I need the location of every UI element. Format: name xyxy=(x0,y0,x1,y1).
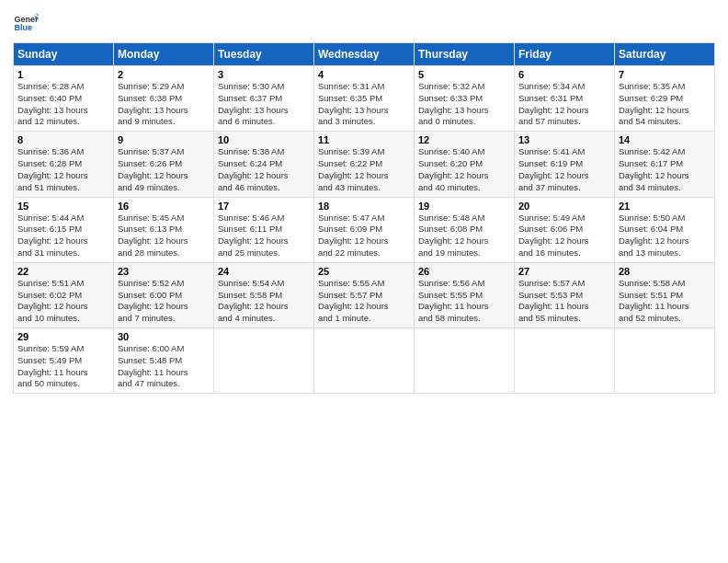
day-number: 27 xyxy=(518,266,610,277)
day-info: Sunrise: 6:00 AMSunset: 5:48 PMDaylight:… xyxy=(118,343,188,388)
calendar-cell: 20Sunrise: 5:49 AMSunset: 6:06 PMDayligh… xyxy=(515,197,615,262)
day-number: 24 xyxy=(218,266,310,277)
day-info: Sunrise: 5:34 AMSunset: 6:31 PMDaylight:… xyxy=(518,81,589,126)
day-info: Sunrise: 5:35 AMSunset: 6:29 PMDaylight:… xyxy=(619,81,689,126)
day-number: 19 xyxy=(418,201,510,212)
day-info: Sunrise: 5:32 AMSunset: 6:33 PMDaylight:… xyxy=(418,81,489,126)
day-number: 6 xyxy=(518,69,610,80)
calendar-cell: 24Sunrise: 5:54 AMSunset: 5:58 PMDayligh… xyxy=(214,262,314,327)
day-info: Sunrise: 5:55 AMSunset: 5:57 PMDaylight:… xyxy=(318,278,389,323)
day-header-wednesday: Wednesday xyxy=(314,43,415,66)
day-number: 2 xyxy=(118,69,210,80)
calendar-cell: 2Sunrise: 5:29 AMSunset: 6:38 PMDaylight… xyxy=(114,66,214,132)
day-number: 8 xyxy=(17,134,109,145)
calendar-cell xyxy=(314,328,415,394)
calendar-cell: 25Sunrise: 5:55 AMSunset: 5:57 PMDayligh… xyxy=(314,262,415,327)
calendar-cell: 16Sunrise: 5:45 AMSunset: 6:13 PMDayligh… xyxy=(114,197,214,262)
day-info: Sunrise: 5:30 AMSunset: 6:37 PMDaylight:… xyxy=(218,81,289,126)
page-header: General Blue xyxy=(13,9,715,35)
calendar-header-row: SundayMondayTuesdayWednesdayThursdayFrid… xyxy=(14,43,715,66)
day-number: 30 xyxy=(118,331,210,342)
day-number: 12 xyxy=(418,134,510,145)
day-number: 21 xyxy=(619,201,711,212)
day-number: 1 xyxy=(17,69,109,80)
logo-icon: General Blue xyxy=(13,9,39,35)
day-header-tuesday: Tuesday xyxy=(214,43,314,66)
day-header-saturday: Saturday xyxy=(615,43,715,66)
day-info: Sunrise: 5:29 AMSunset: 6:38 PMDaylight:… xyxy=(118,81,188,126)
day-info: Sunrise: 5:45 AMSunset: 6:13 PMDaylight:… xyxy=(118,213,188,258)
day-header-friday: Friday xyxy=(515,43,615,66)
calendar-cell: 18Sunrise: 5:47 AMSunset: 6:09 PMDayligh… xyxy=(314,197,415,262)
day-number: 22 xyxy=(17,266,109,277)
calendar-cell: 9Sunrise: 5:37 AMSunset: 6:26 PMDaylight… xyxy=(114,132,214,197)
day-number: 7 xyxy=(619,69,711,80)
calendar-cell: 10Sunrise: 5:38 AMSunset: 6:24 PMDayligh… xyxy=(214,132,314,197)
calendar-cell xyxy=(214,328,314,394)
day-info: Sunrise: 5:36 AMSunset: 6:28 PMDaylight:… xyxy=(17,146,88,191)
day-info: Sunrise: 5:47 AMSunset: 6:09 PMDaylight:… xyxy=(318,213,389,258)
calendar-table: SundayMondayTuesdayWednesdayThursdayFrid… xyxy=(13,42,715,394)
week-row-3: 15Sunrise: 5:44 AMSunset: 6:15 PMDayligh… xyxy=(14,197,715,262)
week-row-5: 29Sunrise: 5:59 AMSunset: 5:49 PMDayligh… xyxy=(14,328,715,394)
day-info: Sunrise: 5:49 AMSunset: 6:06 PMDaylight:… xyxy=(518,213,589,258)
day-number: 11 xyxy=(318,134,410,145)
calendar-cell xyxy=(615,328,715,394)
day-number: 16 xyxy=(118,201,210,212)
day-number: 17 xyxy=(218,201,310,212)
calendar-cell: 13Sunrise: 5:41 AMSunset: 6:19 PMDayligh… xyxy=(515,132,615,197)
calendar-cell: 19Sunrise: 5:48 AMSunset: 6:08 PMDayligh… xyxy=(415,197,515,262)
day-number: 9 xyxy=(118,134,210,145)
day-info: Sunrise: 5:52 AMSunset: 6:00 PMDaylight:… xyxy=(118,278,188,323)
calendar-cell: 4Sunrise: 5:31 AMSunset: 6:35 PMDaylight… xyxy=(314,66,415,132)
day-number: 13 xyxy=(518,134,610,145)
day-info: Sunrise: 5:58 AMSunset: 5:51 PMDaylight:… xyxy=(619,278,689,323)
day-info: Sunrise: 5:31 AMSunset: 6:35 PMDaylight:… xyxy=(318,81,389,126)
day-info: Sunrise: 5:48 AMSunset: 6:08 PMDaylight:… xyxy=(418,213,489,258)
day-info: Sunrise: 5:40 AMSunset: 6:20 PMDaylight:… xyxy=(418,146,489,191)
logo: General Blue xyxy=(13,9,42,35)
day-info: Sunrise: 5:51 AMSunset: 6:02 PMDaylight:… xyxy=(17,278,88,323)
day-info: Sunrise: 5:28 AMSunset: 6:40 PMDaylight:… xyxy=(17,81,88,126)
day-info: Sunrise: 5:50 AMSunset: 6:04 PMDaylight:… xyxy=(619,213,689,258)
day-number: 15 xyxy=(17,201,109,212)
day-number: 25 xyxy=(318,266,410,277)
day-info: Sunrise: 5:42 AMSunset: 6:17 PMDaylight:… xyxy=(619,146,689,191)
day-info: Sunrise: 5:44 AMSunset: 6:15 PMDaylight:… xyxy=(17,213,88,258)
calendar-cell xyxy=(515,328,615,394)
day-info: Sunrise: 5:54 AMSunset: 5:58 PMDaylight:… xyxy=(218,278,289,323)
calendar-cell: 30Sunrise: 6:00 AMSunset: 5:48 PMDayligh… xyxy=(114,328,214,394)
calendar-cell: 27Sunrise: 5:57 AMSunset: 5:53 PMDayligh… xyxy=(515,262,615,327)
calendar-cell: 1Sunrise: 5:28 AMSunset: 6:40 PMDaylight… xyxy=(14,66,114,132)
day-number: 18 xyxy=(318,201,410,212)
calendar-cell: 3Sunrise: 5:30 AMSunset: 6:37 PMDaylight… xyxy=(214,66,314,132)
day-header-sunday: Sunday xyxy=(14,43,114,66)
calendar-cell: 11Sunrise: 5:39 AMSunset: 6:22 PMDayligh… xyxy=(314,132,415,197)
calendar-cell: 22Sunrise: 5:51 AMSunset: 6:02 PMDayligh… xyxy=(14,262,114,327)
calendar-cell: 14Sunrise: 5:42 AMSunset: 6:17 PMDayligh… xyxy=(615,132,715,197)
page-container: General Blue SundayMondayTuesdayWednesda… xyxy=(0,0,728,403)
day-header-monday: Monday xyxy=(114,43,214,66)
calendar-cell: 21Sunrise: 5:50 AMSunset: 6:04 PMDayligh… xyxy=(615,197,715,262)
day-number: 4 xyxy=(318,69,410,80)
day-info: Sunrise: 5:37 AMSunset: 6:26 PMDaylight:… xyxy=(118,146,188,191)
day-info: Sunrise: 5:59 AMSunset: 5:49 PMDaylight:… xyxy=(17,343,88,388)
calendar-cell: 15Sunrise: 5:44 AMSunset: 6:15 PMDayligh… xyxy=(14,197,114,262)
day-info: Sunrise: 5:57 AMSunset: 5:53 PMDaylight:… xyxy=(518,278,589,323)
day-number: 28 xyxy=(619,266,711,277)
day-number: 26 xyxy=(418,266,510,277)
day-number: 5 xyxy=(418,69,510,80)
calendar-cell: 17Sunrise: 5:46 AMSunset: 6:11 PMDayligh… xyxy=(214,197,314,262)
day-number: 14 xyxy=(619,134,711,145)
calendar-cell: 28Sunrise: 5:58 AMSunset: 5:51 PMDayligh… xyxy=(615,262,715,327)
calendar-cell: 6Sunrise: 5:34 AMSunset: 6:31 PMDaylight… xyxy=(515,66,615,132)
day-info: Sunrise: 5:41 AMSunset: 6:19 PMDaylight:… xyxy=(518,146,589,191)
svg-text:Blue: Blue xyxy=(14,23,32,32)
calendar-cell: 7Sunrise: 5:35 AMSunset: 6:29 PMDaylight… xyxy=(615,66,715,132)
calendar-cell: 5Sunrise: 5:32 AMSunset: 6:33 PMDaylight… xyxy=(415,66,515,132)
week-row-1: 1Sunrise: 5:28 AMSunset: 6:40 PMDaylight… xyxy=(14,66,715,132)
day-number: 20 xyxy=(518,201,610,212)
day-info: Sunrise: 5:46 AMSunset: 6:11 PMDaylight:… xyxy=(218,213,289,258)
week-row-2: 8Sunrise: 5:36 AMSunset: 6:28 PMDaylight… xyxy=(14,132,715,197)
day-number: 10 xyxy=(218,134,310,145)
